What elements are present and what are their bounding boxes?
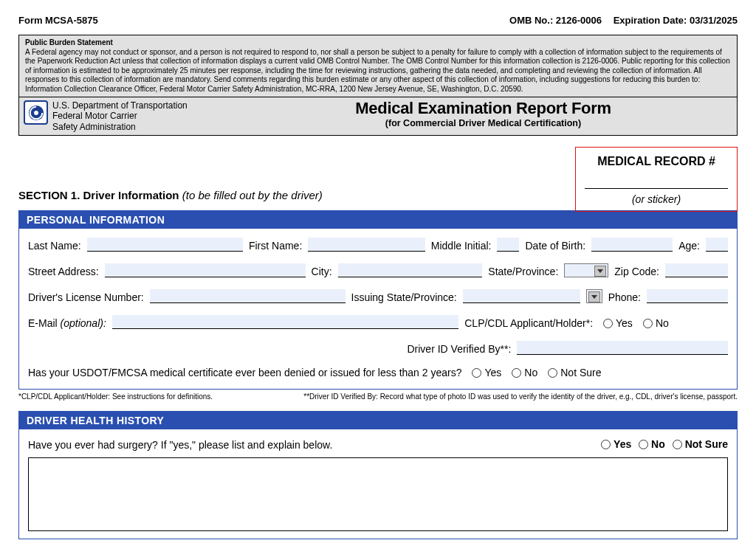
header-right: OMB No.: 2126-0006 Expiration Date: 03/3… [501,15,738,26]
label-zip: Zip Code: [614,266,659,277]
medical-record-box: MEDICAL RECORD # (or sticker) [575,147,738,212]
personal-info-header: PERSONAL INFORMATION [19,211,737,229]
form-number: Form MCSA-5875 [18,15,98,26]
radio-denied-yes[interactable]: Yes [472,367,501,378]
label-dl-number: Driver's License Number: [28,291,144,303]
section-1-label: SECTION 1. Driver Information [18,189,179,201]
expiration-date: Expiration Date: 03/31/2025 [614,15,738,26]
label-state: State/Province: [488,266,558,277]
input-street[interactable] [105,263,306,277]
agency-line2: Federal Motor Carrier [52,111,230,121]
form-header-row: Form MCSA-5875 OMB No.: 2126-0006 Expira… [18,15,738,26]
footnote-right: **Driver ID Verified By: Record what typ… [303,392,738,401]
label-age: Age: [678,240,700,252]
radio-denied-no[interactable]: No [512,367,537,378]
input-email[interactable] [112,315,458,329]
input-phone[interactable] [647,289,728,303]
input-last-name[interactable] [87,238,243,252]
label-verified: Driver ID Verified By**: [407,343,511,355]
personal-info-body: Last Name: First Name: Middle Initial: D… [19,229,737,389]
dropdown-state[interactable] [564,263,608,277]
input-first-name[interactable] [308,238,425,252]
dot-logo-icon [24,100,48,125]
radio-surgery-yes[interactable]: Yes [601,438,631,450]
health-history-panel: DRIVER HEALTH HISTORY Have you ever had … [18,411,738,539]
omb-number: OMB No.: 2126-0006 [509,15,602,26]
input-dob[interactable] [591,238,673,252]
input-zip[interactable] [665,263,728,277]
medical-record-sticker-note: (or sticker) [585,193,728,205]
burden-text: A Federal agency may not conduct or spon… [25,48,730,93]
row-denied-question: Has your USDOT/FMCSA medical certificate… [28,367,728,378]
form-title: Medical Examination Report Form [230,99,737,118]
row-address: Street Address: City: State/Province: Zi… [28,263,728,277]
input-dl-number[interactable] [150,289,346,303]
agency-name: U.S. Department of Transportation Federa… [52,97,230,135]
footnote-left: *CLP/CDL Applicant/Holder: See instructi… [18,392,213,401]
radio-clp-yes[interactable]: Yes [603,317,633,329]
health-history-body: Have you ever had surgery? If "yes," ple… [19,429,737,539]
health-history-header: DRIVER HEALTH HISTORY [19,412,737,429]
dropdown-issuing-state[interactable] [586,289,602,303]
input-verified[interactable] [517,341,728,355]
input-middle-initial[interactable] [497,238,519,252]
label-first-name: First Name: [249,240,302,252]
label-last-name: Last Name: [28,240,81,252]
label-street: Street Address: [28,266,99,277]
label-email: E-Mail (optional): [28,317,106,329]
surgery-explain-textarea[interactable] [28,457,728,531]
label-dob: Date of Birth: [525,240,585,252]
radio-surgery-notsure[interactable]: Not Sure [673,438,728,450]
burden-statement-box: Public Burden Statement A Federal agency… [18,35,738,97]
input-issuing-state[interactable] [463,289,580,303]
form-subtitle: (for Commercial Driver Medical Certifica… [230,118,737,128]
input-city[interactable] [338,263,483,277]
form-title-block: Medical Examination Report Form (for Com… [230,97,737,135]
agency-line1: U.S. Department of Transportation [52,100,230,111]
label-middle-initial: Middle Initial: [431,240,492,252]
radio-clp-no[interactable]: No [643,317,669,329]
radio-denied-notsure[interactable]: Not Sure [548,367,601,378]
input-age[interactable] [706,238,728,252]
row-name: Last Name: First Name: Middle Initial: D… [28,238,728,252]
label-denied-q: Has your USDOT/FMCSA medical certificate… [28,367,461,378]
footnotes-row: *CLP/CDL Applicant/Holder: See instructi… [18,392,738,401]
label-surgery-q: Have you ever had surgery? If "yes," ple… [28,439,332,451]
label-city: City: [312,266,332,277]
row-license: Driver's License Number: Issuing State/P… [28,289,728,303]
personal-info-panel: PERSONAL INFORMATION Last Name: First Na… [18,210,738,390]
section-1-note: (to be filled out by the driver) [182,189,323,201]
row-email-clp: E-Mail (optional): CLP/CDL Applicant/Hol… [28,315,728,329]
row-verified: Driver ID Verified By**: [28,341,728,355]
label-clp: CLP/CDL Applicant/Holder*: [464,317,593,329]
burden-title: Public Burden Statement [25,38,731,48]
svg-point-1 [34,111,38,115]
row-surgery-question: Have you ever had surgery? If "yes," ple… [28,438,728,452]
label-issuing-state: Issuing State/Province: [351,291,457,303]
radio-surgery-no[interactable]: No [639,438,665,450]
surgery-options: Yes No Not Sure [597,438,728,452]
medical-record-input[interactable] [585,171,728,189]
medical-record-title: MEDICAL RECORD # [585,155,728,168]
label-phone: Phone: [608,291,641,303]
agency-line3: Safety Administration [52,122,230,132]
agency-title-bar: U.S. Department of Transportation Federa… [18,97,738,136]
